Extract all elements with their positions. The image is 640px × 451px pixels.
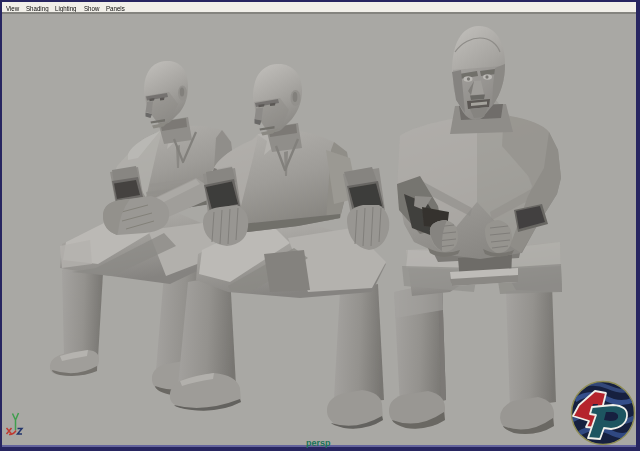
svg-text:persp: persp xyxy=(306,438,331,448)
